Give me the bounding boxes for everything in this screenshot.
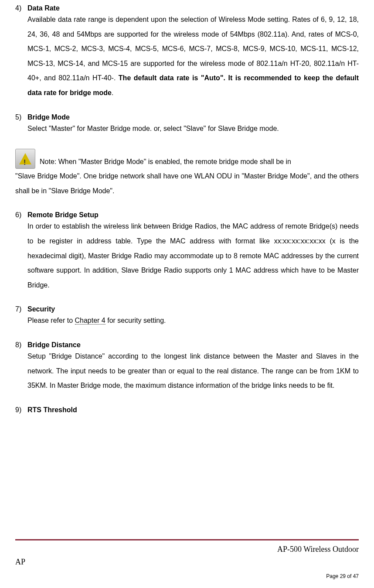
body-text-2: for security setting. — [105, 317, 166, 324]
warning-triangle-icon — [19, 153, 31, 164]
footer: AP-500 Wireless Outdoor AP Page 29 of 47 — [15, 539, 359, 579]
list-heading-bridge-mode: Bridge Mode — [27, 113, 70, 121]
list-item-7: 7) Security Please refer to Chapter 4 fo… — [15, 305, 359, 328]
note-section: Note: When "Master Bridge Mode" is enabl… — [15, 149, 359, 198]
list-item-5: 5) Bridge Mode Select "Master" for Maste… — [15, 113, 359, 136]
list-body: Select "Master" for Master Bridge mode. … — [27, 121, 359, 136]
footer-divider — [15, 539, 359, 540]
list-heading-rts-threshold: RTS Threshold — [27, 406, 77, 414]
warning-icon — [15, 149, 35, 169]
list-number: 8) — [15, 341, 27, 349]
list-number: 7) — [15, 305, 27, 313]
list-body: Please refer to Chapter 4 for security s… — [27, 313, 359, 328]
list-heading-data-rate: Data Rate — [27, 4, 60, 12]
list-number: 5) — [15, 113, 27, 121]
list-item-6: 6) Remote Bridge Setup In order to estab… — [15, 211, 359, 292]
chapter-link[interactable]: Chapter 4 — [75, 317, 105, 325]
list-item-9: 9) RTS Threshold — [15, 406, 359, 414]
list-body: Setup "Bridge Distance" according to the… — [27, 349, 359, 393]
note-text-line2: "Slave Bridge Mode". One bridge network … — [15, 169, 359, 198]
list-heading-bridge-distance: Bridge Distance — [27, 341, 81, 349]
list-item-4: 4) Data Rate Available data rate range i… — [15, 4, 359, 100]
list-body: In order to establish the wireless link … — [27, 219, 359, 292]
body-period: . — [112, 89, 113, 96]
list-heading-security: Security — [27, 305, 55, 313]
body-text: Please refer to — [27, 317, 75, 324]
list-heading-remote-bridge: Remote Bridge Setup — [27, 211, 99, 219]
list-number: 6) — [15, 211, 27, 219]
list-number: 9) — [15, 406, 27, 414]
note-text-line1: Note: When "Master Bridge Mode" is enabl… — [40, 154, 359, 169]
list-item-8: 8) Bridge Distance Setup "Bridge Distanc… — [15, 341, 359, 393]
body-text: Available data rate range is dependent u… — [27, 16, 359, 82]
page-number: Page 29 of 47 — [15, 573, 359, 579]
list-body: Available data rate range is dependent u… — [27, 12, 359, 100]
footer-ap: AP — [15, 557, 359, 567]
list-number: 4) — [15, 4, 27, 12]
footer-product: AP-500 Wireless Outdoor — [15, 545, 359, 554]
